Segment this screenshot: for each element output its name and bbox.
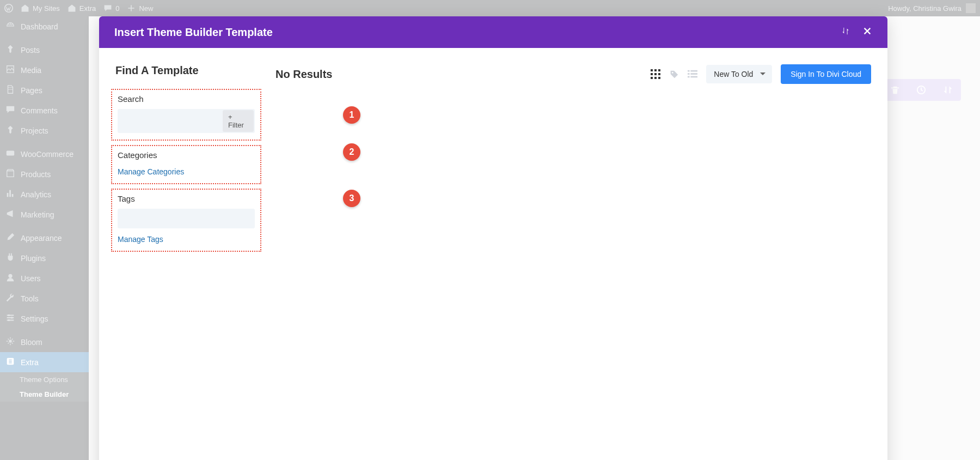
modal-body: Find A Template Search + Filter Categori… <box>99 48 887 460</box>
svg-rect-15 <box>651 77 653 79</box>
categories-section: Categories Manage Categories <box>111 145 261 184</box>
svg-rect-23 <box>688 76 690 78</box>
signin-button[interactable]: Sign In To Divi Cloud <box>781 64 871 84</box>
find-template-heading: Find A Template <box>115 64 257 77</box>
svg-rect-21 <box>688 73 690 75</box>
svg-rect-17 <box>658 77 660 79</box>
manage-categories-link[interactable]: Manage Categories <box>118 167 184 176</box>
search-section: Search + Filter <box>111 89 261 141</box>
tags-label: Tags <box>118 194 255 203</box>
insert-template-modal: Insert Theme Builder Template Find A Tem… <box>99 16 887 460</box>
results-area: No Results New To Old <box>275 64 871 460</box>
manage-tags-link[interactable]: Manage Tags <box>118 235 163 244</box>
svg-rect-10 <box>654 69 657 71</box>
svg-rect-22 <box>691 73 698 75</box>
tags-input[interactable] <box>118 209 255 228</box>
svg-rect-13 <box>654 73 657 75</box>
no-results-heading: No Results <box>275 68 332 81</box>
filter-button[interactable]: + Filter <box>223 110 254 132</box>
callout-2: 2 <box>343 143 360 161</box>
callout-1: 1 <box>343 106 360 124</box>
modal-title: Insert Theme Builder Template <box>114 26 273 39</box>
svg-rect-16 <box>654 77 657 79</box>
list-view-icon[interactable] <box>688 69 697 79</box>
sort-select[interactable]: New To Old <box>706 65 772 83</box>
svg-point-18 <box>672 72 673 74</box>
search-label: Search <box>118 94 255 104</box>
svg-rect-11 <box>658 69 660 71</box>
tags-section: Tags Manage Tags <box>111 189 261 252</box>
modal-header: Insert Theme Builder Template <box>99 16 887 48</box>
close-icon[interactable] <box>862 26 872 38</box>
filter-sidebar: Find A Template Search + Filter Categori… <box>115 64 257 460</box>
results-toolbar: No Results New To Old <box>275 64 871 84</box>
grid-view-icon[interactable] <box>651 69 660 79</box>
svg-rect-19 <box>688 70 690 72</box>
svg-rect-12 <box>651 73 653 75</box>
sort-toggle-icon[interactable] <box>841 26 850 38</box>
svg-rect-9 <box>651 69 653 71</box>
tag-view-icon[interactable] <box>669 69 679 79</box>
svg-rect-20 <box>691 70 698 72</box>
callout-3: 3 <box>343 190 360 207</box>
search-input[interactable] <box>119 113 223 129</box>
categories-label: Categories <box>118 150 255 160</box>
svg-rect-14 <box>658 73 660 75</box>
svg-rect-24 <box>691 76 698 78</box>
